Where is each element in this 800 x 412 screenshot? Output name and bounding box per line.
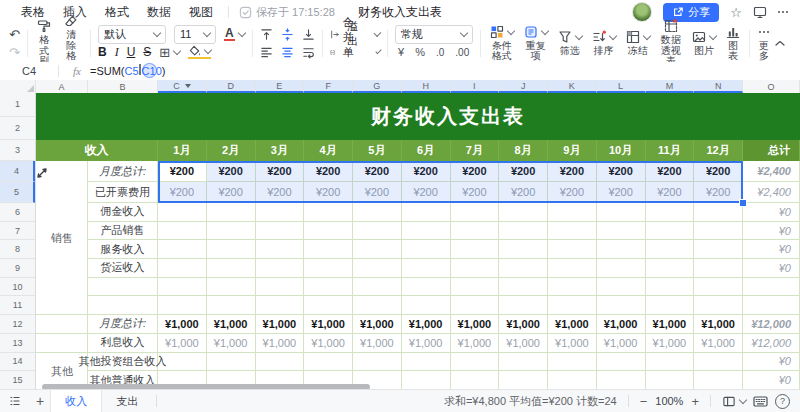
total-cell[interactable] bbox=[743, 278, 800, 297]
value-cell[interactable]: ¥200 bbox=[451, 161, 500, 182]
valign-top-icon[interactable] bbox=[260, 28, 273, 41]
zoom-level[interactable]: 100% bbox=[655, 395, 683, 407]
total-cell[interactable]: ¥2,400 bbox=[743, 182, 800, 203]
column-header-L[interactable]: L bbox=[597, 80, 646, 93]
value-cell[interactable] bbox=[158, 296, 207, 315]
group-column-cell[interactable] bbox=[36, 315, 88, 334]
value-cell[interactable]: ¥1,000 bbox=[207, 334, 256, 353]
value-cell[interactable]: ¥1,000 bbox=[353, 315, 402, 334]
value-cell[interactable] bbox=[646, 371, 695, 390]
column-dropdown-icon[interactable] bbox=[185, 84, 191, 88]
total-cell[interactable]: ¥0 bbox=[743, 240, 800, 259]
value-cell[interactable] bbox=[353, 203, 402, 222]
value-cell[interactable] bbox=[451, 203, 500, 222]
value-cell[interactable]: ¥200 bbox=[597, 182, 646, 203]
value-cell[interactable]: ¥1,000 bbox=[353, 334, 402, 353]
duplicates-button[interactable]: 重复项 bbox=[519, 25, 553, 62]
pivot-table-button[interactable]: 数据透视表 bbox=[655, 19, 687, 67]
filter-button[interactable]: 筛选 bbox=[553, 30, 587, 57]
value-cell[interactable]: ¥200 bbox=[304, 161, 353, 182]
add-sheet-button[interactable]: + bbox=[30, 393, 50, 409]
value-cell[interactable] bbox=[646, 222, 695, 241]
total-cell[interactable]: ¥0 bbox=[743, 203, 800, 222]
help-icon[interactable]: ? bbox=[775, 394, 790, 409]
column-header-H[interactable]: H bbox=[402, 80, 451, 93]
menu-data[interactable]: 数据 bbox=[147, 4, 171, 21]
value-cell[interactable] bbox=[499, 296, 548, 315]
value-cell[interactable] bbox=[304, 278, 353, 297]
value-cell[interactable] bbox=[402, 278, 451, 297]
value-cell[interactable] bbox=[207, 259, 256, 278]
row-header-8[interactable]: 8 bbox=[0, 240, 35, 259]
more-menu-icon[interactable] bbox=[778, 11, 788, 13]
total-cell[interactable]: ¥0 bbox=[743, 371, 800, 390]
value-cell[interactable] bbox=[548, 259, 597, 278]
value-cell[interactable]: ¥200 bbox=[548, 161, 597, 182]
borders-button[interactable]: ⊞ bbox=[159, 46, 180, 59]
redo-icon[interactable]: ↷ bbox=[9, 46, 20, 59]
value-cell[interactable] bbox=[694, 278, 743, 297]
total-cell[interactable]: ¥0 bbox=[743, 259, 800, 278]
value-cell[interactable] bbox=[353, 222, 402, 241]
cell-reference-box[interactable]: C4 bbox=[0, 65, 58, 77]
value-cell[interactable] bbox=[353, 259, 402, 278]
value-cell[interactable] bbox=[256, 203, 305, 222]
value-cell[interactable]: ¥200 bbox=[499, 161, 548, 182]
merge-cells-select[interactable]: 合并单元格 bbox=[330, 45, 380, 60]
value-cell[interactable] bbox=[597, 371, 646, 390]
value-cell[interactable] bbox=[451, 278, 500, 297]
row-label-cell[interactable]: 月度总计: bbox=[88, 161, 158, 182]
chart-button[interactable]: 图表 bbox=[721, 25, 745, 62]
value-cell[interactable]: ¥200 bbox=[304, 182, 353, 203]
value-cell[interactable] bbox=[548, 222, 597, 241]
row-header-3[interactable]: 3 bbox=[0, 140, 35, 161]
value-cell[interactable] bbox=[694, 222, 743, 241]
row-label-cell[interactable]: 货运收入 bbox=[88, 259, 158, 278]
value-cell[interactable] bbox=[256, 259, 305, 278]
row-header-5[interactable]: 5 bbox=[0, 182, 35, 203]
row-label-cell[interactable]: 产品销售 bbox=[88, 222, 158, 241]
value-cell[interactable]: ¥1,000 bbox=[694, 315, 743, 334]
row-label-cell[interactable] bbox=[88, 278, 158, 297]
value-cell[interactable] bbox=[402, 371, 451, 390]
value-cell[interactable]: ¥200 bbox=[646, 161, 695, 182]
value-cell[interactable] bbox=[548, 240, 597, 259]
layout-view-button[interactable] bbox=[722, 395, 746, 408]
value-cell[interactable]: ¥1,000 bbox=[646, 315, 695, 334]
value-cell[interactable] bbox=[304, 203, 353, 222]
menu-format[interactable]: 格式 bbox=[105, 4, 129, 21]
number-format-select[interactable]: 常规 bbox=[395, 25, 473, 44]
value-cell[interactable] bbox=[402, 353, 451, 372]
value-cell[interactable] bbox=[694, 353, 743, 372]
value-cell[interactable]: ¥1,000 bbox=[451, 315, 500, 334]
row-header-13[interactable]: 13 bbox=[0, 334, 35, 353]
format-painter-button[interactable]: 格式刷 bbox=[32, 19, 57, 67]
value-cell[interactable] bbox=[646, 259, 695, 278]
month-header-cell[interactable]: 2月 bbox=[207, 140, 256, 161]
value-cell[interactable]: ¥200 bbox=[353, 161, 402, 182]
star-icon[interactable]: ☆ bbox=[730, 6, 742, 19]
underline-button[interactable]: U bbox=[127, 45, 136, 59]
sheet-tab-expense[interactable]: 支出 bbox=[102, 390, 152, 412]
row-header-4[interactable]: 4 bbox=[0, 161, 35, 182]
value-cell[interactable] bbox=[451, 222, 500, 241]
value-cell[interactable]: ¥200 bbox=[451, 182, 500, 203]
column-header-C[interactable]: C bbox=[158, 80, 207, 93]
value-cell[interactable]: ¥1,000 bbox=[158, 315, 207, 334]
image-button[interactable]: 图片 bbox=[687, 30, 721, 57]
sheet-title-cell[interactable]: 财务收入支出表 bbox=[36, 93, 800, 140]
value-cell[interactable] bbox=[353, 240, 402, 259]
value-cell[interactable] bbox=[353, 278, 402, 297]
value-cell[interactable]: ¥200 bbox=[207, 161, 256, 182]
value-cell[interactable] bbox=[207, 222, 256, 241]
value-cell[interactable]: ¥200 bbox=[548, 182, 597, 203]
value-cell[interactable] bbox=[597, 296, 646, 315]
freeze-button[interactable]: 冻结 bbox=[621, 30, 655, 57]
column-header-N[interactable]: N bbox=[694, 80, 743, 93]
total-cell[interactable]: ¥12,000 bbox=[743, 334, 800, 353]
value-cell[interactable] bbox=[499, 353, 548, 372]
value-cell[interactable]: ¥1,000 bbox=[402, 334, 451, 353]
value-cell[interactable]: ¥200 bbox=[646, 182, 695, 203]
zoom-out-button[interactable]: − bbox=[640, 394, 648, 409]
value-cell[interactable] bbox=[353, 353, 402, 372]
